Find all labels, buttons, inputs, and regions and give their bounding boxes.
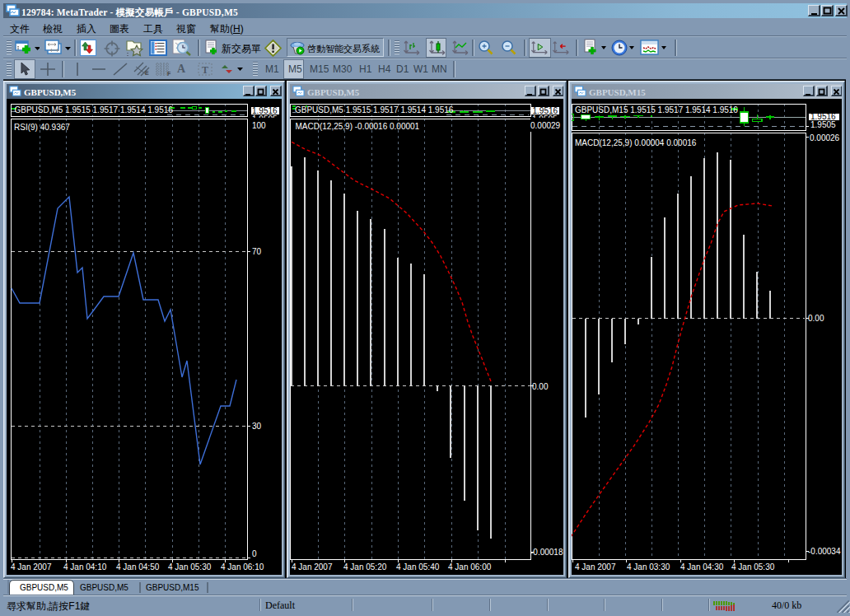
svg-text:0.00026: 0.00026 [810,133,840,142]
svg-text:GBPUSD,M5 1.9515 1.9517 1.951: GBPUSD,M5 1.9515 1.9517 1.9514 1.9516 [295,105,454,114]
svg-text:4 Jan 2007: 4 Jan 2007 [11,562,52,572]
svg-text:1.9505: 1.9505 [810,120,836,129]
svg-text:4 Jan 05:40: 4 Jan 05:40 [396,562,440,572]
svg-text:MACD(12,25,9) -0.00016 0.00001: MACD(12,25,9) -0.00016 0.00001 [296,122,420,131]
svg-text:30: 30 [252,422,262,431]
svg-text:4 Jan 04:10: 4 Jan 04:10 [63,562,107,572]
svg-text:F: F [167,71,171,77]
svg-text:0: 0 [252,549,257,558]
svg-text:GBPUSD,M15 1.9515 1.9517 1.95: GBPUSD,M15 1.9515 1.9517 1.9514 1.9516 [575,105,738,114]
svg-text:0.00029: 0.00029 [530,121,561,130]
svg-text:4 Jan 05:30: 4 Jan 05:30 [731,562,775,572]
svg-text:-0.00018: -0.00018 [530,548,563,557]
svg-text:0.00: 0.00 [532,382,549,391]
svg-text:4 Jan 06:10: 4 Jan 06:10 [221,562,264,572]
svg-text:E: E [145,70,149,76]
svg-text:GBPUSD,M5: GBPUSD,M5 [80,583,128,592]
svg-text:0.00: 0.00 [808,314,824,323]
svg-text:4 Jan 03:30: 4 Jan 03:30 [627,562,670,572]
svg-text:4 Jan 05:20: 4 Jan 05:20 [343,562,387,572]
svg-text:1.9516: 1.9516 [533,106,558,115]
svg-text:4 Jan 04:50: 4 Jan 04:50 [116,562,160,572]
svg-text:GBPUSD,M5 1.9515 1.9517 1.951: GBPUSD,M5 1.9515 1.9517 1.9514 1.9516 [15,105,174,114]
svg-text:-0.00034: -0.00034 [808,547,841,556]
svg-text:4 Jan 05:30: 4 Jan 05:30 [168,562,212,572]
svg-text:GBPUSD,M15: GBPUSD,M15 [146,583,199,592]
svg-text:4 Jan 04:30: 4 Jan 04:30 [680,562,724,572]
svg-text:RSI(9) 40.9367: RSI(9) 40.9367 [14,123,70,132]
svg-text:4 Jan 2007: 4 Jan 2007 [575,562,616,572]
svg-text:70: 70 [252,247,262,256]
svg-text:4 Jan 06:00: 4 Jan 06:00 [448,562,492,572]
svg-text:MACD(12,25,9) 0.00004 0.00016: MACD(12,25,9) 0.00004 0.00016 [575,138,697,147]
svg-text:100: 100 [252,121,266,130]
svg-text:1.9516: 1.9516 [252,106,278,115]
svg-text:GBPUSD,M5: GBPUSD,M5 [20,583,68,592]
svg-text:T: T [202,64,208,76]
svg-text:4 Jan 2007: 4 Jan 2007 [292,562,333,572]
